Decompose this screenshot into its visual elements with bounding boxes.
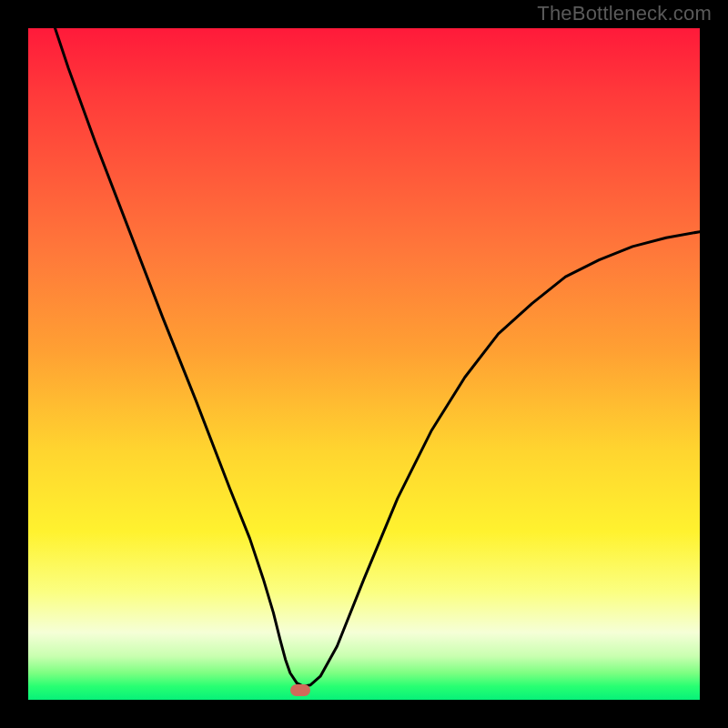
plot-area [28,28,700,700]
watermark-text: TheBottleneck.com [537,2,712,25]
curve-svg [28,28,700,700]
bottleneck-curve [56,28,700,686]
optimum-marker [290,684,310,696]
chart-frame: TheBottleneck.com [0,0,728,728]
